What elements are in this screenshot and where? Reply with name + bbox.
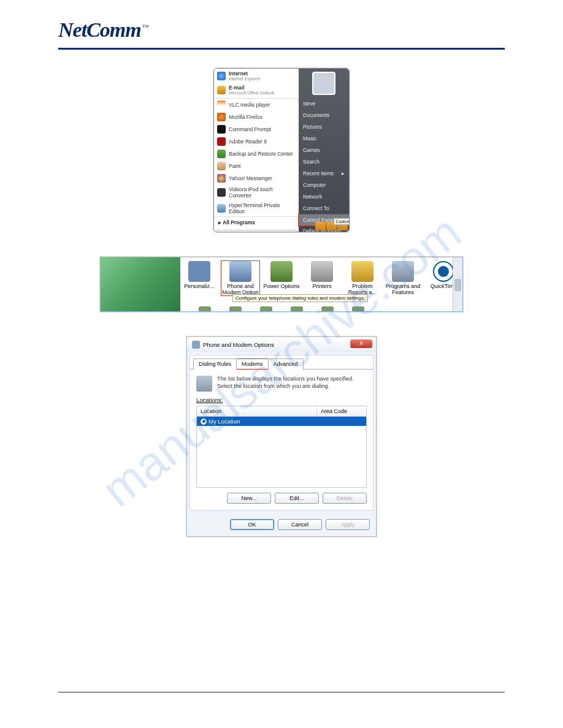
user-avatar[interactable]: [312, 72, 335, 95]
cancel-button[interactable]: Cancel: [278, 519, 322, 530]
listbox-row-selected[interactable]: My Location: [197, 417, 366, 426]
personalization-icon: [188, 261, 210, 282]
dialog-description: The list below displays the locations yo…: [217, 376, 367, 390]
power-icon[interactable]: [315, 222, 326, 230]
cp-printers[interactable]: Printers: [303, 261, 341, 289]
apply-button[interactable]: Apply: [326, 519, 370, 530]
locations-listbox[interactable]: Location Area Code My Location: [196, 406, 367, 488]
item-label: VLC media player: [229, 102, 270, 108]
paint-icon: [217, 162, 226, 170]
cp-label: Phone and Modem Option: [221, 283, 259, 295]
pinned-title: Internet: [229, 70, 248, 77]
footer-rule: [58, 692, 505, 693]
locations-label: Locations:: [196, 396, 367, 403]
location-buttons: New... Edit... Delete: [196, 493, 367, 504]
right-item[interactable]: Documents: [299, 110, 349, 121]
cp-label: Problem Reports a...: [343, 283, 381, 295]
edit-button[interactable]: Edit...: [275, 493, 319, 504]
tab-advanced[interactable]: Advanced: [268, 358, 304, 370]
printers-icon: [311, 261, 333, 282]
header: NetComm™: [58, 18, 505, 47]
start-menu-item[interactable]: Paint: [214, 160, 299, 172]
start-menu-left-pane: InternetInternet Explorer E-mailMicrosof…: [214, 69, 299, 232]
close-icon: X: [359, 340, 363, 346]
item-label: Adobe Reader 8: [229, 138, 267, 145]
ie-icon: [217, 72, 226, 80]
start-menu-item[interactable]: Videora iPod touch Converter: [214, 184, 299, 200]
cp-label: Programs and Features: [384, 283, 422, 295]
cp-personalization[interactable]: Personaliz...: [180, 261, 218, 289]
all-programs-button[interactable]: ▸ All Programs: [214, 216, 299, 228]
pinned-sub: Microsoft Office Outlook: [229, 91, 275, 95]
start-menu-item[interactable]: HyperTerminal Private Edition: [214, 200, 299, 216]
phone-modem-dialog: Phone and Modem Options X Dialing Rules …: [186, 336, 377, 537]
cp-next-row-icons: [180, 306, 462, 311]
delete-button[interactable]: Delete: [323, 493, 367, 504]
tab-dialing-rules[interactable]: Dialing Rules: [193, 358, 237, 370]
dialog-footer: OK Cancel Apply: [187, 513, 376, 536]
start-menu-item[interactable]: Mozilla Firefox: [214, 111, 299, 123]
scrollbar-thumb[interactable]: [454, 279, 461, 291]
right-item[interactable]: Games: [299, 145, 349, 156]
tab-panel: The list below displays the locations yo…: [190, 369, 373, 510]
item-label: Command Prompt: [229, 126, 271, 132]
right-item[interactable]: Search: [299, 156, 349, 168]
start-search-input[interactable]: Start Search🔍: [216, 230, 297, 232]
cp-label: Power Options: [262, 283, 301, 289]
item-label: Recent Items: [303, 170, 334, 176]
cp-programs[interactable]: Programs and Features: [384, 261, 422, 295]
new-button[interactable]: New...: [227, 493, 271, 504]
dialog-icon: [192, 341, 200, 349]
brand-logo: NetComm™: [58, 18, 148, 41]
tab-modems[interactable]: Modems: [236, 358, 269, 370]
right-item[interactable]: Recent Items ▸: [299, 168, 349, 180]
control-panel-tooltip: Configure your telephone dialing rules a…: [232, 294, 368, 302]
brand-text: NetComm: [58, 18, 141, 41]
col-areacode[interactable]: Area Code: [317, 406, 366, 416]
cmd-icon: [217, 125, 226, 134]
item-label: Mozilla Firefox: [229, 114, 262, 120]
start-menu-email[interactable]: E-mailMicrosoft Office Outlook: [214, 83, 299, 97]
dialog-titlebar[interactable]: Phone and Modem Options X: [187, 337, 376, 352]
col-location[interactable]: Location: [197, 406, 317, 416]
right-item[interactable]: Pictures: [299, 121, 349, 133]
cp-power[interactable]: Power Options: [262, 261, 301, 289]
start-menu-item[interactable]: Backup and Restore Center: [214, 148, 299, 160]
dialog-title: Phone and Modem Options: [203, 341, 274, 348]
vlc-icon: [217, 100, 226, 109]
outlook-icon: [217, 86, 226, 94]
header-rule: [58, 48, 505, 50]
cp-problem-reports[interactable]: Problem Reports a...: [343, 261, 381, 295]
adobe-icon: [217, 137, 226, 146]
programs-features-icon: [392, 261, 414, 282]
power-options-icon: [270, 261, 293, 282]
control-panel-screenshot: Personaliz... Phone and Modem Option Pow…: [100, 257, 463, 312]
close-button[interactable]: X: [350, 339, 372, 348]
start-menu-item[interactable]: VLC media player: [214, 99, 299, 111]
item-label: Yahoo! Messenger: [229, 175, 272, 181]
item-label: Paint: [229, 163, 240, 169]
start-menu-item[interactable]: Yahoo! Messenger: [214, 172, 299, 184]
ok-button[interactable]: OK: [230, 519, 274, 530]
item-label: Backup and Restore Center: [229, 151, 293, 157]
right-item[interactable]: Computer: [299, 180, 349, 191]
right-item[interactable]: Network: [299, 191, 349, 203]
firefox-icon: [217, 113, 226, 121]
phone-modem-icon: [229, 261, 251, 282]
row-label: My Location: [209, 418, 240, 425]
backup-icon: [217, 150, 226, 158]
start-menu-internet[interactable]: InternetInternet Explorer: [214, 69, 299, 83]
start-menu-item[interactable]: Command Prompt: [214, 123, 299, 135]
right-item[interactable]: Connect To: [299, 203, 349, 214]
cp-phone-modem[interactable]: Phone and Modem Option: [221, 260, 260, 296]
control-panel-sidebar: [101, 257, 180, 311]
hyperterminal-icon: [217, 204, 226, 213]
scrollbar[interactable]: [453, 257, 462, 311]
start-menu-screenshot: InternetInternet Explorer E-mailMicrosof…: [213, 68, 350, 232]
control-panel-icons: Personaliz... Phone and Modem Option Pow…: [180, 257, 462, 311]
user-name[interactable]: steve: [299, 98, 349, 110]
location-icon: [196, 376, 212, 392]
start-menu-item[interactable]: Adobe Reader 8: [214, 135, 299, 148]
right-item[interactable]: Music: [299, 133, 349, 145]
yahoo-icon: [217, 174, 226, 183]
